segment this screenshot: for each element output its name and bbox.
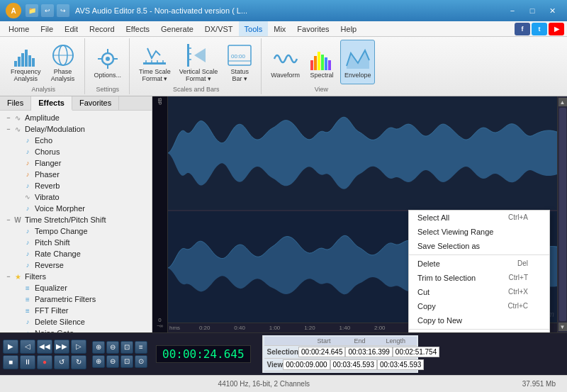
quick-access-icon3[interactable]: ↪ [57, 4, 69, 17]
stop-button[interactable]: ■ [3, 355, 18, 369]
goto-start-button[interactable]: ◁ [20, 340, 35, 354]
zoom-cursor-button[interactable]: ⊙ [135, 355, 147, 368]
toolbar: FrequencyAnalysis PhaseAnalysis Analysis [0, 37, 567, 96]
list-item[interactable]: ♪ Reverse [1, 259, 150, 271]
sidebar-tab-favorites[interactable]: Favorites [72, 96, 119, 110]
vertical-scrollbar[interactable]: ▲ ▼ [557, 96, 567, 332]
list-item[interactable]: ♪ Reverb [1, 180, 150, 191]
menu-generate[interactable]: Generate [155, 21, 199, 36]
list-item[interactable]: ∿ Vibrato [1, 191, 150, 203]
list-item[interactable]: ♪ Phaser [1, 169, 150, 180]
list-item[interactable]: − ∿ Delay/Modulation [1, 123, 150, 135]
menu-record[interactable]: Record [84, 21, 120, 36]
list-item[interactable]: ♪ Echo [1, 135, 150, 146]
goto-end-button[interactable]: ▷ [71, 340, 86, 354]
frequency-analysis-button[interactable]: FrequencyAnalysis [7, 40, 45, 84]
twitter-button[interactable]: t [532, 23, 547, 35]
menu-help[interactable]: Help [335, 21, 363, 36]
list-item[interactable]: ♪ Delete Silence [1, 316, 150, 327]
ctx-select-all[interactable]: Select All Ctrl+A [409, 211, 549, 225]
pause-button[interactable]: ⏸ [20, 355, 35, 369]
menu-tools[interactable]: Tools [239, 21, 269, 36]
zoom-sel-button[interactable]: ⊡ [120, 341, 133, 354]
phaser-label: Phaser [35, 170, 60, 179]
menu-home[interactable]: Home [3, 21, 35, 36]
next-button[interactable]: ▶▶ [54, 340, 69, 354]
zoom-in-button[interactable]: ⊕ [92, 341, 105, 354]
list-item[interactable]: ♪ Noise Gate [1, 327, 150, 332]
menu-mix[interactable]: Mix [268, 21, 291, 36]
tree-expand-icon[interactable]: − [4, 272, 13, 281]
list-item[interactable]: − ∿ Amplitude [1, 112, 150, 123]
list-item[interactable]: ♪ Chorus [1, 146, 150, 157]
ctx-cut[interactable]: Cut Ctrl+X [409, 285, 549, 299]
waveform-button[interactable]: Waveform [267, 40, 303, 84]
info-end-header: End [342, 337, 378, 345]
facebook-button[interactable]: f [515, 23, 530, 35]
zoom-out-v-button[interactable]: ⊖ [106, 355, 119, 368]
phase-analysis-button[interactable]: PhaseAnalysis [46, 40, 80, 84]
waveform-canvas[interactable]: hms 0:20 0:40 1:00 1:20 1:40 2:00 2:20 2… [168, 96, 557, 332]
vertscale-button[interactable]: Vertical ScaleFormat ▾ [176, 40, 222, 84]
list-item[interactable]: ♪ Rate Change [1, 248, 150, 259]
ctx-trim-label: Trim to Selection [417, 274, 476, 282]
list-item[interactable]: ≡ FFT Filter [1, 305, 150, 316]
loop-button[interactable]: ↺ [54, 355, 69, 369]
spectral-button[interactable]: Spectral [305, 40, 339, 84]
tree-expand-icon [14, 238, 23, 247]
ctx-copy-new[interactable]: Copy to New [409, 313, 549, 327]
sidebar-tab-effects[interactable]: Effects [31, 96, 72, 111]
reverb-icon: ♪ [23, 181, 33, 191]
maximize-button[interactable]: □ [523, 4, 541, 18]
ctx-save-selection[interactable]: Save Selection as [409, 239, 549, 253]
menu-favorites[interactable]: Favorites [291, 21, 335, 36]
ctx-select-all-shortcut: Ctrl+A [508, 213, 528, 222]
tree-expand-icon[interactable]: − [4, 125, 13, 133]
zoom-out-button[interactable]: ⊖ [106, 341, 119, 354]
menu-file[interactable]: File [35, 21, 59, 36]
list-item[interactable]: − ★ Filters [1, 271, 150, 282]
list-item[interactable]: ≡ Parametric Filters [1, 293, 150, 305]
param-icon: ≡ [23, 294, 33, 304]
list-item[interactable]: ♪ Pitch Shift [1, 237, 150, 248]
loop-sel-button[interactable]: ↻ [71, 355, 86, 369]
timescale-button[interactable]: Time ScaleFormat ▾ [135, 40, 174, 84]
scroll-up-button[interactable]: ▲ [558, 98, 567, 106]
ctx-select-view-range[interactable]: Select Viewing Range [409, 225, 549, 239]
menu-effects[interactable]: Effects [120, 21, 155, 36]
statusbar-button[interactable]: 00:00 StatusBar ▾ [223, 40, 257, 84]
play-button[interactable]: ▶ [3, 340, 18, 354]
tree-expand-icon[interactable]: − [4, 215, 13, 224]
ctx-delete[interactable]: Delete Del [409, 257, 549, 271]
envelope-label: Envelope [344, 72, 371, 79]
options-button[interactable]: Options... [91, 40, 125, 84]
youtube-button[interactable]: ▶ [549, 23, 564, 35]
prev-button[interactable]: ◀◀ [37, 340, 52, 354]
envelope-button[interactable]: Envelope [340, 40, 376, 84]
zoom-fit-button[interactable]: ⊡ [120, 355, 133, 368]
ctx-trim[interactable]: Trim to Selection Ctrl+T [409, 271, 549, 285]
tree-expand-icon[interactable]: − [4, 113, 13, 122]
list-item[interactable]: ≡ Equalizer [1, 282, 150, 293]
list-item[interactable]: ♪ Voice Morpher [1, 203, 150, 214]
minimize-button[interactable]: − [503, 4, 522, 18]
record-button[interactable]: ● [37, 355, 52, 369]
close-button[interactable]: ✕ [543, 4, 561, 18]
zoom-all-button[interactable]: ≡ [135, 341, 147, 354]
quick-access-icon2[interactable]: ↩ [41, 4, 54, 17]
zoom-in-v-button[interactable]: ⊕ [92, 355, 105, 368]
list-item[interactable]: ♪ Flanger [1, 157, 150, 169]
ctx-copy[interactable]: Copy Ctrl+C [409, 299, 549, 313]
sidebar-tab-files[interactable]: Files [0, 96, 31, 110]
list-item[interactable]: − W Time Stretch/Pitch Shift [1, 214, 150, 225]
app-logo: A [6, 3, 21, 18]
db-scale: dB 0 −∞ [152, 96, 168, 332]
ctx-paste[interactable]: Paste Ctrl+V [409, 331, 549, 332]
scroll-thumb[interactable] [559, 108, 566, 321]
menu-dxvst[interactable]: DX/VST [199, 21, 239, 36]
scroll-down-button[interactable]: ▼ [558, 323, 567, 331]
quick-access-icon1[interactable]: 📁 [26, 4, 38, 17]
list-item[interactable]: ♪ Tempo Change [1, 225, 150, 237]
echo-icon: ♪ [23, 135, 33, 145]
menu-edit[interactable]: Edit [59, 21, 84, 36]
